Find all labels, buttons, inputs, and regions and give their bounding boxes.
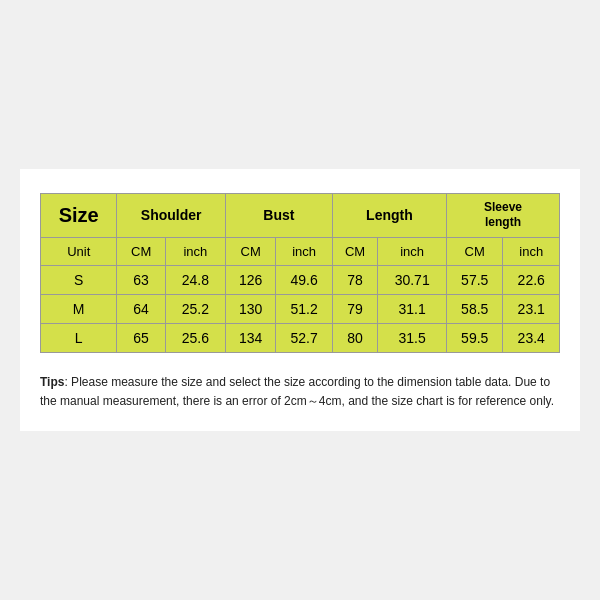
row-m-size: M [41,294,117,323]
row-m-length-cm: 79 [332,294,378,323]
row-l-shoulder-inch: 25.6 [165,323,225,352]
row-m-sleeve-cm: 58.5 [446,294,502,323]
row-m-bust-cm: 130 [225,294,275,323]
unit-shoulder-inch: inch [165,237,225,265]
row-s-shoulder-cm: 63 [117,265,165,294]
unit-label: Unit [41,237,117,265]
unit-length-inch: inch [378,237,447,265]
table-row: L 65 25.6 134 52.7 80 31.5 59.5 23.4 [41,323,560,352]
row-s-sleeve-cm: 57.5 [446,265,502,294]
unit-row: Unit CM inch CM inch CM inch CM inch [41,237,560,265]
unit-sleeve-inch: inch [503,237,560,265]
unit-bust-cm: CM [225,237,275,265]
table-row: M 64 25.2 130 51.2 79 31.1 58.5 23.1 [41,294,560,323]
row-s-bust-cm: 126 [225,265,275,294]
header-sleeve: Sleevelength [446,193,559,237]
row-l-shoulder-cm: 65 [117,323,165,352]
size-table: Size Shoulder Bust Length Sleevelength U… [40,193,560,353]
unit-sleeve-cm: CM [446,237,502,265]
row-s-length-cm: 78 [332,265,378,294]
row-s-size: S [41,265,117,294]
row-s-shoulder-inch: 24.8 [165,265,225,294]
row-m-bust-inch: 51.2 [276,294,332,323]
tips-label: Tips [40,375,64,389]
main-container: Size Shoulder Bust Length Sleevelength U… [20,169,580,432]
header-size: Size [41,193,117,237]
header-row: Size Shoulder Bust Length Sleevelength [41,193,560,237]
tips-section: Tips: Please measure the size and select… [40,373,560,411]
header-bust: Bust [225,193,332,237]
row-l-sleeve-cm: 59.5 [446,323,502,352]
row-s-length-inch: 30.71 [378,265,447,294]
unit-bust-inch: inch [276,237,332,265]
row-l-bust-inch: 52.7 [276,323,332,352]
row-l-bust-cm: 134 [225,323,275,352]
row-m-shoulder-inch: 25.2 [165,294,225,323]
row-m-length-inch: 31.1 [378,294,447,323]
tips-text: : Please measure the size and select the… [40,375,554,408]
header-shoulder: Shoulder [117,193,226,237]
row-s-bust-inch: 49.6 [276,265,332,294]
row-l-length-cm: 80 [332,323,378,352]
table-row: S 63 24.8 126 49.6 78 30.71 57.5 22.6 [41,265,560,294]
row-l-size: L [41,323,117,352]
row-l-sleeve-inch: 23.4 [503,323,560,352]
unit-shoulder-cm: CM [117,237,165,265]
header-length: Length [332,193,446,237]
row-m-sleeve-inch: 23.1 [503,294,560,323]
row-m-shoulder-cm: 64 [117,294,165,323]
row-s-sleeve-inch: 22.6 [503,265,560,294]
unit-length-cm: CM [332,237,378,265]
row-l-length-inch: 31.5 [378,323,447,352]
